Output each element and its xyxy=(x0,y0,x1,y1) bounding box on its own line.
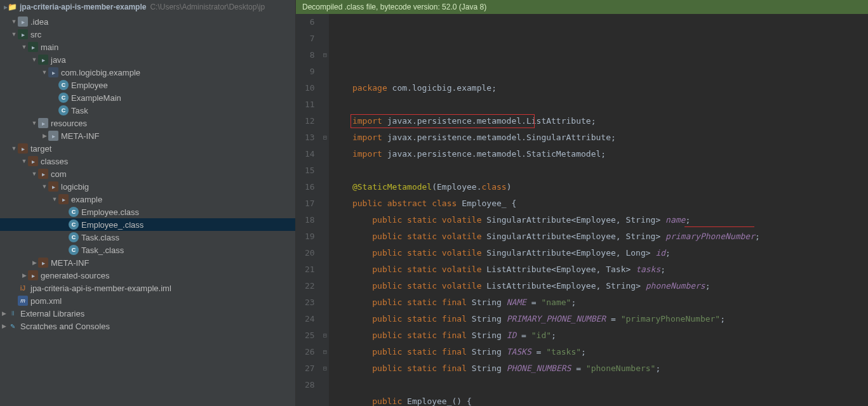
tree-item-pom-xml[interactable]: mpom.xml xyxy=(0,294,295,307)
code-line-25[interactable]: public Employee_() { xyxy=(333,393,868,406)
tree-label: Employee.class xyxy=(81,207,139,217)
expand-arrow-icon[interactable]: ▼ xyxy=(10,31,18,37)
code-line-18[interactable]: public static volatile ListAttribute<Emp… xyxy=(333,278,868,294)
tree-label: Employee_.class xyxy=(81,220,144,230)
code-line-12[interactable]: @StaticMetamodel(Employee.class) xyxy=(333,179,868,195)
folder-icon: ▸📁 xyxy=(4,3,17,11)
tree-label: java xyxy=(51,55,66,65)
code-line-16[interactable]: public static volatile SingularAttribute… xyxy=(333,245,868,261)
expand-arrow-icon[interactable]: ▼ xyxy=(41,69,48,75)
code-line-13[interactable]: public abstract class Employee_ { xyxy=(333,195,868,212)
code-line-6[interactable]: package com.logicbig.example; xyxy=(333,80,868,96)
tree-label: META-INF xyxy=(61,131,99,141)
expand-arrow-icon[interactable]: ▼ xyxy=(51,196,58,202)
code-line-21[interactable]: public static final String ID = "id"; xyxy=(333,327,868,344)
code-line-15[interactable]: public static volatile SingularAttribute… xyxy=(333,228,868,245)
folder-gen-icon: ▸ xyxy=(48,181,58,192)
tree-item-logicbig[interactable]: ▼▸logicbig xyxy=(0,180,295,193)
expand-arrow-icon[interactable]: ▼ xyxy=(20,158,28,164)
tree-label: logicbig xyxy=(61,182,89,192)
folder-icon: ▸ xyxy=(18,16,28,27)
tree-item-resources[interactable]: ▼▸resources xyxy=(0,117,295,129)
project-tree: ▼▸.idea▼▸src▼▸main▼▸java▼▸com.logicbig.e… xyxy=(0,14,295,406)
tree-label: Task xyxy=(71,106,88,115)
folder-gen-icon: ▸ xyxy=(58,194,69,204)
tree-item--idea[interactable]: ▼▸.idea xyxy=(0,15,295,28)
xml-icon: m xyxy=(18,296,28,306)
tree-item-Task--class[interactable]: CTask_.class xyxy=(0,244,295,256)
expand-arrow-icon[interactable]: ▼ xyxy=(10,145,18,152)
code-line-11[interactable] xyxy=(333,162,868,179)
tree-item-generated-sources[interactable]: ▶▸generated-sources xyxy=(0,269,295,282)
classfile-icon: C xyxy=(69,245,79,255)
tree-item-target[interactable]: ▼▸target xyxy=(0,142,295,155)
tree-item-example[interactable]: ▼▸example xyxy=(0,193,295,206)
tree-label: example xyxy=(71,195,102,204)
class-icon: C xyxy=(58,80,69,90)
tree-item-Employee[interactable]: CEmployee xyxy=(0,79,295,91)
expand-arrow-icon[interactable]: ▼ xyxy=(10,18,18,25)
expand-arrow-icon[interactable]: ▶ xyxy=(20,272,28,278)
code-line-8[interactable]: import javax.persistence.metamodel.ListA… xyxy=(333,113,868,129)
code-line-17[interactable]: public static volatile ListAttribute<Emp… xyxy=(333,261,868,278)
tree-item-Employee-class[interactable]: CEmployee.class xyxy=(0,206,295,218)
tree-label: classes xyxy=(41,157,68,166)
code-line-7[interactable] xyxy=(333,96,868,113)
tree-item-src[interactable]: ▼▸src xyxy=(0,28,295,41)
code-line-10[interactable]: import javax.persistence.metamodel.Stati… xyxy=(333,146,868,162)
tree-label: jpa-criteria-api-is-member-example.iml xyxy=(30,284,171,293)
code-line-23[interactable]: public static final String PHONE_NUMBERS… xyxy=(333,360,868,377)
expand-arrow-icon[interactable]: ▼ xyxy=(30,171,38,177)
expand-arrow-icon[interactable]: ▶ xyxy=(0,323,8,329)
line-gutter: 6789101112131415161718192021222324252627… xyxy=(296,14,321,406)
breadcrumb[interactable]: ▸📁 jpa-criteria-api-is-member-example C:… xyxy=(0,0,295,14)
iml-icon: iJ xyxy=(18,283,28,293)
expand-arrow-icon[interactable]: ▼ xyxy=(20,44,28,50)
scratches-and-consoles[interactable]: ▶✎Scratches and Consoles xyxy=(0,320,295,332)
code-line-9[interactable]: import javax.persistence.metamodel.Singu… xyxy=(333,129,868,146)
folder-gen-icon: ▸ xyxy=(28,270,38,280)
scratch-icon: ✎ xyxy=(8,321,18,331)
expand-arrow-icon[interactable]: ▼ xyxy=(41,183,48,190)
expand-arrow-icon[interactable]: ▶ xyxy=(30,259,38,266)
expand-arrow-icon[interactable]: ▼ xyxy=(30,56,38,63)
folder-gen-icon: ▸ xyxy=(38,169,48,179)
tree-label: com.logicbig.example xyxy=(61,68,140,77)
tree-item-META-INF[interactable]: ▶▸META-INF xyxy=(0,256,295,269)
classfile-icon: C xyxy=(69,219,79,230)
tree-item-Employee--class[interactable]: CEmployee_.class xyxy=(0,218,295,231)
tree-item-com-logicbig-example[interactable]: ▼▸com.logicbig.example xyxy=(0,66,295,79)
tree-label: target xyxy=(30,144,51,154)
code-line-20[interactable]: public static final String PRIMARY_PHONE… xyxy=(333,311,868,327)
expand-arrow-icon[interactable]: ▼ xyxy=(30,120,38,126)
folder-src-icon: ▸ xyxy=(28,42,38,52)
code-line-14[interactable]: public static volatile SingularAttribute… xyxy=(333,212,868,228)
code-line-19[interactable]: public static final String NAME = "name"… xyxy=(333,294,868,311)
code-content[interactable]: package com.logicbig.example; import jav… xyxy=(329,14,868,406)
class-icon: C xyxy=(58,105,69,115)
expand-arrow-icon[interactable]: ▶ xyxy=(41,133,48,139)
libraries-icon: ⫴ xyxy=(8,308,18,318)
tree-item-jpa-criteria-api-is-member-example-iml[interactable]: iJjpa-criteria-api-is-member-example.iml xyxy=(0,282,295,294)
fold-column[interactable]: ⊟ ⊟ ⊟⊟⊟ xyxy=(321,14,329,406)
tree-item-main[interactable]: ▼▸main xyxy=(0,41,295,53)
expand-arrow-icon[interactable]: ▶ xyxy=(0,310,8,317)
folder-icon: ▸ xyxy=(48,131,58,141)
tree-item-Task[interactable]: CTask xyxy=(0,104,295,117)
tree-label: src xyxy=(30,30,41,39)
tree-item-META-INF[interactable]: ▶▸META-INF xyxy=(0,129,295,142)
external-libraries[interactable]: ▶⫴External Libraries xyxy=(0,307,295,320)
code-area[interactable]: 6789101112131415161718192021222324252627… xyxy=(296,14,868,406)
tree-item-classes[interactable]: ▼▸classes xyxy=(0,155,295,167)
tree-item-ExampleMain[interactable]: CExampleMain xyxy=(0,91,295,104)
tree-item-com[interactable]: ▼▸com xyxy=(0,167,295,180)
tree-label: com xyxy=(51,169,67,179)
tree-item-java[interactable]: ▼▸java xyxy=(0,53,295,66)
code-line-24[interactable] xyxy=(333,377,868,393)
tree-label: META-INF xyxy=(51,258,89,268)
folder-src-icon: ▸ xyxy=(38,55,48,65)
tree-label: Employee xyxy=(71,81,108,90)
code-line-22[interactable]: public static final String TASKS = "task… xyxy=(333,344,868,360)
tree-item-Task-class[interactable]: CTask.class xyxy=(0,231,295,244)
tree-label: Task_.class xyxy=(81,246,124,255)
